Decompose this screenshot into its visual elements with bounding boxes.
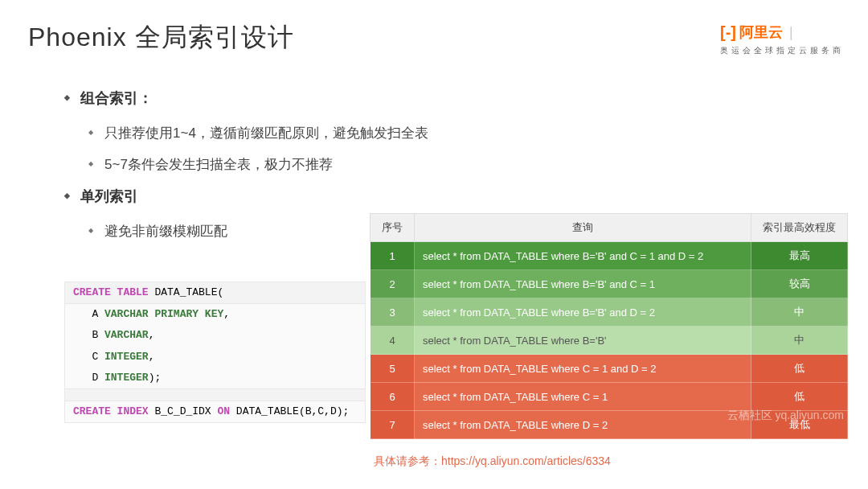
table-row: 1select * from DATA_TABLE where B='B' an… bbox=[371, 242, 848, 270]
logo-area: [-] 阿里云 | 奥运会全球指定云服务商 bbox=[720, 23, 844, 56]
bullet-warn-5-7: 5~7条件会发生扫描全表，极力不推荐 bbox=[88, 155, 844, 174]
cell-seq: 6 bbox=[371, 383, 415, 411]
table-row: 5select * from DATA_TABLE where C = 1 an… bbox=[371, 355, 848, 383]
bullet-single-index: 单列索引 bbox=[64, 187, 844, 206]
table-row: 3select * from DATA_TABLE where B='B' an… bbox=[371, 298, 848, 327]
efficiency-table: 序号 查询 索引最高效程度 1select * from DATA_TABLE … bbox=[370, 213, 848, 439]
table-row: 6select * from DATA_TABLE where C = 1低 bbox=[371, 383, 848, 411]
cell-eff: 中 bbox=[751, 298, 848, 327]
cell-seq: 3 bbox=[371, 298, 415, 327]
th-query: 查询 bbox=[415, 214, 751, 242]
cell-query: select * from DATA_TABLE where B='B' and… bbox=[415, 270, 751, 298]
cell-eff: 较高 bbox=[751, 270, 848, 298]
cell-seq: 2 bbox=[371, 270, 415, 298]
table-header-row: 序号 查询 索引最高效程度 bbox=[371, 214, 848, 242]
cell-seq: 4 bbox=[371, 327, 415, 355]
code-line-2: A VARCHAR PRIMARY KEY, bbox=[65, 304, 365, 325]
cell-seq: 1 bbox=[371, 242, 415, 270]
th-seq: 序号 bbox=[371, 214, 415, 242]
logo-divider: | bbox=[789, 24, 793, 41]
code-line-3: B VARCHAR, bbox=[65, 325, 365, 346]
cell-seq: 5 bbox=[371, 355, 415, 383]
cell-eff: 低 bbox=[751, 355, 848, 383]
logo-tagline: 奥运会全球指定云服务商 bbox=[720, 45, 844, 56]
cell-query: select * from DATA_TABLE where B='B' and… bbox=[415, 298, 751, 327]
cell-eff: 低 bbox=[751, 383, 848, 411]
code-line-4: C INTEGER, bbox=[65, 347, 365, 368]
code-block: CREATE TABLE DATA_TABLE( A VARCHAR PRIMA… bbox=[64, 281, 366, 423]
page-title: Phoenix 全局索引设计 bbox=[28, 20, 294, 55]
code-line-5: D INTEGER); bbox=[65, 368, 365, 388]
cell-query: select * from DATA_TABLE where D = 2 bbox=[415, 411, 751, 439]
code-line-7: CREATE INDEX B_C_D_IDX ON DATA_TABLE(B,C… bbox=[65, 401, 365, 422]
aliyun-bracket-icon: [-] bbox=[720, 23, 736, 42]
cell-eff: 最低 bbox=[751, 411, 848, 439]
brand-text: 阿里云 bbox=[739, 23, 783, 42]
cell-query: select * from DATA_TABLE where B='B' and… bbox=[415, 242, 751, 270]
cell-query: select * from DATA_TABLE where B='B' bbox=[415, 327, 751, 355]
cell-query: select * from DATA_TABLE where C = 1 bbox=[415, 383, 751, 411]
cell-seq: 7 bbox=[371, 411, 415, 439]
aliyun-logo: [-] 阿里云 bbox=[720, 23, 783, 42]
table-row: 4select * from DATA_TABLE where B='B'中 bbox=[371, 327, 848, 355]
table-row: 7select * from DATA_TABLE where D = 2最低 bbox=[371, 411, 848, 439]
table-row: 2select * from DATA_TABLE where B='B' an… bbox=[371, 270, 848, 298]
bullet-rec-1-4: 只推荐使用1~4，遵循前缀匹配原则，避免触发扫全表 bbox=[88, 124, 844, 142]
reference-link: 具体请参考：https://yq.aliyun.com/articles/633… bbox=[374, 454, 611, 469]
cell-eff: 最高 bbox=[751, 242, 848, 270]
cell-eff: 中 bbox=[751, 327, 848, 355]
code-separator bbox=[65, 388, 365, 401]
bullet-composite-index: 组合索引： bbox=[64, 88, 844, 108]
th-eff: 索引最高效程度 bbox=[751, 214, 848, 242]
cell-query: select * from DATA_TABLE where C = 1 and… bbox=[415, 355, 751, 383]
code-line-1: CREATE TABLE DATA_TABLE( bbox=[65, 282, 365, 304]
